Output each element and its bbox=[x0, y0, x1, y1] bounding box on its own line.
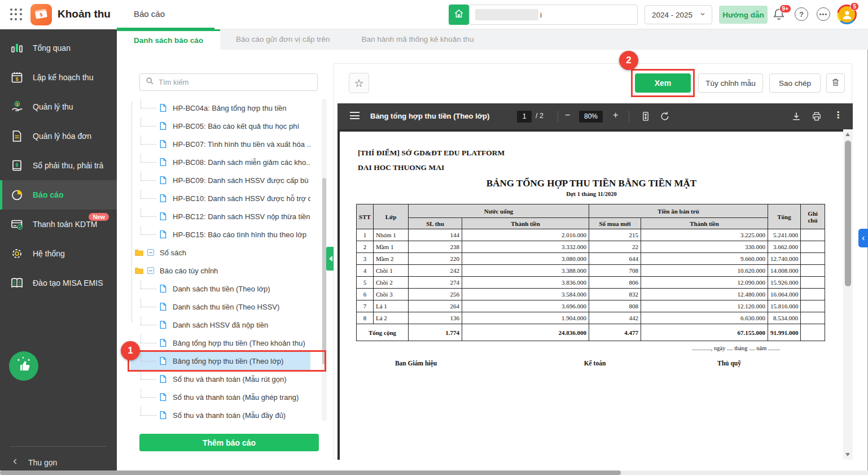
sidebar-item-hand-coin[interactable]: $Quản lý thu bbox=[0, 92, 117, 121]
right-edge-collapse-tab[interactable] bbox=[858, 229, 868, 247]
tree-report-item[interactable]: HP-BC12: Danh sách HSSV nộp thừa tiền bbox=[130, 207, 310, 225]
tree-report-item[interactable]: HP-BC04a: Bảng tổng hợp thu tiền bbox=[130, 99, 310, 117]
tree-report-item[interactable]: HP-BC10: Danh sách HSSV được hỗ trợ chi.… bbox=[130, 189, 310, 207]
tree-report-item[interactable]: HP-BC05: Báo cáo kết quả thu học phí bbox=[130, 117, 310, 135]
view-report-button[interactable]: Xem bbox=[635, 73, 691, 93]
triangle-left-icon bbox=[329, 256, 332, 262]
page-number-input[interactable]: 1 bbox=[517, 111, 532, 123]
col-header-stt: STT bbox=[357, 204, 374, 229]
tree-item-label: Sổ sách bbox=[160, 249, 186, 257]
more-options-button[interactable]: ••• bbox=[817, 7, 831, 22]
file-icon bbox=[159, 393, 173, 402]
user-avatar[interactable]: 5 bbox=[837, 5, 857, 24]
scroll-down-arrow-icon[interactable] bbox=[845, 453, 850, 456]
scroll-up-arrow-icon[interactable] bbox=[845, 133, 850, 136]
zoom-in-button[interactable]: + bbox=[613, 110, 618, 120]
copy-report-button[interactable]: Sao chép bbox=[769, 73, 821, 93]
search-icon bbox=[146, 77, 154, 88]
tab-bao-cao-gui-don-vi[interactable]: Báo cáo gửi đơn vị cấp trên bbox=[220, 29, 345, 50]
chevron-left-icon bbox=[861, 236, 866, 241]
notifications-button[interactable]: 9+ bbox=[772, 7, 787, 22]
col-header-sl-thu: SL thu bbox=[409, 218, 462, 229]
table-row: 5Chồi 22743.836.00080612.090.00015.926.0… bbox=[357, 277, 825, 289]
table-row: 7Lá 12643.696.00080812.120.00015.816.000 bbox=[357, 300, 825, 312]
home-button[interactable] bbox=[449, 5, 469, 25]
col-header-tong: Tổng bbox=[768, 204, 801, 229]
sidebar-item-open-book[interactable]: Đào tạo MISA EMIS bbox=[0, 268, 117, 298]
sidebar-item-card-check[interactable]: Thanh toán KDTMNew bbox=[0, 210, 117, 239]
summary-table: STT Lớp Nước uống Tiền ăn bán trú Tổng G… bbox=[356, 204, 825, 341]
tree-item-label: HP-BC15: Báo cáo tình hình thu theo lớp bbox=[173, 230, 306, 239]
collapse-toggle-icon[interactable] bbox=[147, 249, 154, 256]
file-icon bbox=[159, 411, 173, 420]
tree-report-item[interactable]: Bảng tổng hợp thu tiền (Theo lớp) bbox=[130, 352, 310, 370]
tab-ban-hanh-ma-thong-ke[interactable]: Ban hành mã thống kê khoản thu bbox=[345, 29, 489, 50]
sidebar-toggle-icon[interactable] bbox=[350, 112, 360, 121]
tree-report-item[interactable]: Sổ thu và thanh toán (Mẫu đầy đủ) bbox=[130, 406, 310, 424]
file-icon bbox=[159, 212, 173, 221]
tree-folder[interactable]: Sổ sách bbox=[130, 243, 310, 262]
tree-report-item[interactable]: HP-BC15: Báo cáo tình hình thu theo lớp bbox=[130, 225, 310, 243]
download-icon[interactable] bbox=[791, 111, 802, 124]
sidebar-item-calendar-money[interactable]: $Lập kế hoạch thu bbox=[0, 63, 117, 92]
sidebar-item-label: Lập kế hoạch thu bbox=[33, 73, 93, 82]
sidebar-item-label: Báo cáo bbox=[33, 190, 63, 199]
file-icon bbox=[159, 284, 173, 293]
kebab-menu-icon[interactable]: ⋮ bbox=[834, 110, 843, 120]
tree-item-label: HP-BC04a: Bảng tổng hợp thu tiền bbox=[173, 104, 287, 112]
horizontal-scrollbar[interactable] bbox=[0, 470, 868, 475]
trash-icon bbox=[831, 77, 840, 89]
zoom-level[interactable]: 80% bbox=[579, 111, 603, 123]
sidebar-item-ledger[interactable]: $Sổ phải thu, phải trả bbox=[0, 151, 117, 180]
tree-scrollbar-thumb[interactable] bbox=[322, 178, 326, 364]
gear-icon bbox=[10, 247, 24, 260]
school-year-select[interactable]: 2024 - 2025 bbox=[645, 5, 712, 24]
horizontal-scrollbar-thumb[interactable] bbox=[0, 470, 621, 475]
help-button[interactable]: ? bbox=[795, 7, 809, 22]
fit-page-button[interactable] bbox=[640, 111, 651, 124]
report-tabs-bar: Danh sách báo cáo Báo cáo gửi đơn vị cấp… bbox=[117, 29, 868, 50]
svg-text:$: $ bbox=[15, 162, 18, 168]
tree-report-item[interactable]: Danh sách HSSV đã nộp tiền bbox=[130, 316, 310, 334]
doc-org-line1: [THÍ ĐIỂM] SỞ GD&ĐT EDU PLATFORM bbox=[358, 149, 505, 158]
tab-danh-sach-bao-cao[interactable]: Danh sách báo cáo bbox=[117, 29, 220, 50]
report-list-panel: HP-BC04a: Bảng tổng hợp thu tiềnHP-BC05:… bbox=[117, 50, 333, 470]
rotate-page-button[interactable] bbox=[659, 111, 670, 124]
favorite-star-button[interactable]: ☆ bbox=[349, 73, 369, 93]
sidebar-item-gear[interactable]: Hệ thống bbox=[0, 239, 117, 268]
report-tree: HP-BC04a: Bảng tổng hợp thu tiềnHP-BC05:… bbox=[117, 99, 322, 424]
guide-button[interactable]: Hướng dẫn bbox=[719, 6, 768, 24]
tree-report-item[interactable]: Sổ thu và thanh toán (Mẫu rút gọn) bbox=[130, 370, 310, 388]
card-check-icon bbox=[10, 217, 24, 231]
sidebar-item-pie-chart[interactable]: Báo cáo bbox=[0, 180, 117, 210]
tree-report-item[interactable]: HP-BC07: Tình hình thu tiền và xuất hóa … bbox=[130, 135, 310, 153]
sidebar-collapse-button[interactable]: Thu gọn bbox=[11, 457, 57, 467]
table-row: 6Chồi 32563.584.00083212.480.00016.064.0… bbox=[357, 289, 825, 300]
feedback-button[interactable] bbox=[9, 351, 38, 381]
tree-folder[interactable]: Báo cáo tùy chỉnh bbox=[130, 262, 310, 280]
app-grid-icon[interactable] bbox=[10, 8, 23, 21]
zoom-out-button[interactable]: − bbox=[565, 110, 570, 120]
report-search-box[interactable] bbox=[139, 73, 318, 91]
tree-report-item[interactable]: Bảng tổng hợp thu tiền (Theo khoản thu) bbox=[130, 334, 310, 352]
print-icon[interactable] bbox=[811, 111, 822, 124]
tree-report-item[interactable]: HP-BC08: Danh sách miễn giảm các kho... bbox=[130, 153, 310, 171]
tree-report-item[interactable]: Danh sách thu tiền (Theo HSSV) bbox=[130, 298, 310, 316]
col-group-nuoc-uong: Nước uống bbox=[409, 204, 589, 218]
sidebar-item-invoice[interactable]: Quản lý hóa đơn bbox=[0, 121, 117, 151]
sidebar-item-bar-chart[interactable]: Tổng quan bbox=[0, 33, 117, 63]
report-search-input[interactable] bbox=[159, 78, 313, 86]
tree-report-item[interactable]: Danh sách thu tiền (Theo lớp) bbox=[130, 280, 310, 298]
collapse-toggle-icon[interactable] bbox=[147, 267, 154, 274]
ellipsis-icon: ••• bbox=[817, 7, 830, 21]
customize-template-button[interactable]: Tùy chỉnh mẫu bbox=[698, 73, 763, 93]
add-report-button[interactable]: Thêm báo cáo bbox=[139, 434, 319, 451]
delete-report-button[interactable] bbox=[826, 73, 845, 93]
organization-search-input[interactable]: i bbox=[469, 5, 638, 25]
pdf-scrollbar[interactable] bbox=[843, 129, 853, 460]
tree-report-item[interactable]: Sổ thu và thanh toán (Mẫu ghép trang) bbox=[130, 388, 310, 406]
pdf-title: Bảng tổng hợp thu tiền (Theo lớp) bbox=[370, 112, 489, 120]
tree-report-item[interactable]: HP-BC09: Danh sách HSSV được cấp bù miễ bbox=[130, 171, 310, 189]
pdf-scrollbar-thumb[interactable] bbox=[845, 141, 851, 286]
module-tab-bao-cao[interactable]: Báo cáo bbox=[134, 9, 165, 19]
